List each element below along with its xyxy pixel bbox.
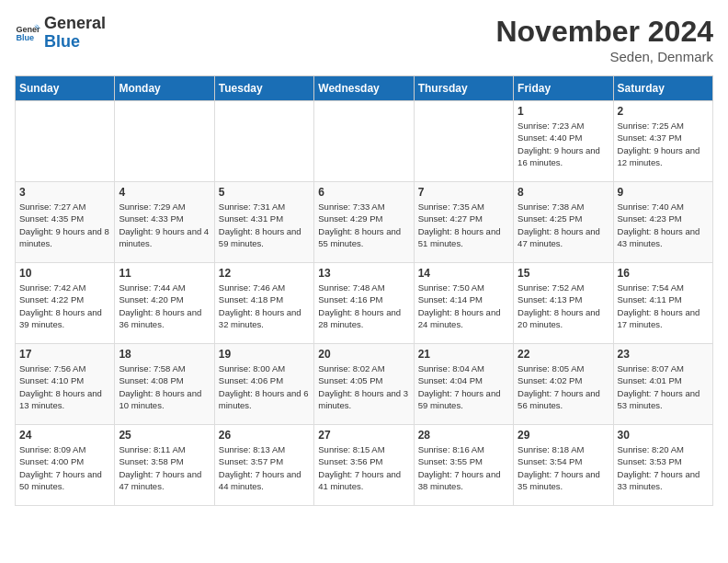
day-number: 7 [418,186,509,199]
day-number: 26 [219,429,310,442]
col-sunday: Sunday [16,76,115,101]
col-monday: Monday [115,76,214,101]
calendar-week-row: 17Sunrise: 7:56 AM Sunset: 4:10 PM Dayli… [16,344,713,425]
table-row [314,101,414,182]
table-row: 27Sunrise: 8:15 AM Sunset: 3:56 PM Dayli… [314,425,414,506]
calendar-week-row: 10Sunrise: 7:42 AM Sunset: 4:22 PM Dayli… [16,263,713,344]
table-row: 13Sunrise: 7:48 AM Sunset: 4:16 PM Dayli… [314,263,414,344]
table-row [414,101,513,182]
table-row: 10Sunrise: 7:42 AM Sunset: 4:22 PM Dayli… [16,263,115,344]
day-number: 9 [618,186,709,199]
day-info: Sunrise: 8:04 AM Sunset: 4:04 PM Dayligh… [418,362,509,411]
day-number: 14 [418,267,509,280]
day-number: 6 [318,186,409,199]
svg-text:Blue: Blue [16,33,34,42]
table-row: 18Sunrise: 7:58 AM Sunset: 4:08 PM Dayli… [115,344,214,425]
day-number: 23 [618,348,709,361]
logo-line1: General [44,15,106,33]
day-number: 29 [518,429,609,442]
col-tuesday: Tuesday [214,76,313,101]
table-row: 29Sunrise: 8:18 AM Sunset: 3:54 PM Dayli… [514,425,613,506]
day-info: Sunrise: 7:44 AM Sunset: 4:20 PM Dayligh… [119,282,210,330]
table-row [16,101,115,182]
day-info: Sunrise: 7:29 AM Sunset: 4:33 PM Dayligh… [119,201,210,249]
table-row: 7Sunrise: 7:35 AM Sunset: 4:27 PM Daylig… [414,182,513,263]
logo-text: General Blue [44,15,106,52]
logo: General Blue General Blue [15,15,106,52]
day-info: Sunrise: 8:15 AM Sunset: 3:56 PM Dayligh… [318,443,409,492]
day-number: 5 [219,186,310,199]
day-info: Sunrise: 7:33 AM Sunset: 4:29 PM Dayligh… [318,201,409,249]
day-number: 20 [318,348,409,361]
day-info: Sunrise: 8:09 AM Sunset: 4:00 PM Dayligh… [19,443,110,492]
table-row: 3Sunrise: 7:27 AM Sunset: 4:35 PM Daylig… [16,182,115,263]
table-row: 22Sunrise: 8:05 AM Sunset: 4:02 PM Dayli… [514,344,613,425]
table-row: 25Sunrise: 8:11 AM Sunset: 3:58 PM Dayli… [115,425,214,506]
day-number: 3 [19,186,110,199]
logo-icon: General Blue [15,20,40,46]
day-number: 24 [19,429,110,442]
table-row: 1Sunrise: 7:23 AM Sunset: 4:40 PM Daylig… [514,101,613,182]
day-info: Sunrise: 8:20 AM Sunset: 3:53 PM Dayligh… [618,443,709,492]
day-info: Sunrise: 7:38 AM Sunset: 4:25 PM Dayligh… [518,201,609,249]
calendar-week-row: 24Sunrise: 8:09 AM Sunset: 4:00 PM Dayli… [16,425,713,506]
calendar-week-row: 1Sunrise: 7:23 AM Sunset: 4:40 PM Daylig… [16,101,713,182]
day-info: Sunrise: 8:07 AM Sunset: 4:01 PM Dayligh… [618,362,709,411]
table-row: 2Sunrise: 7:25 AM Sunset: 4:37 PM Daylig… [613,101,712,182]
col-friday: Friday [514,76,613,101]
day-info: Sunrise: 7:42 AM Sunset: 4:22 PM Dayligh… [19,282,110,330]
table-row: 4Sunrise: 7:29 AM Sunset: 4:33 PM Daylig… [115,182,214,263]
day-number: 25 [119,429,210,442]
day-info: Sunrise: 7:35 AM Sunset: 4:27 PM Dayligh… [418,201,509,249]
col-thursday: Thursday [414,76,513,101]
day-info: Sunrise: 8:18 AM Sunset: 3:54 PM Dayligh… [518,443,609,492]
day-info: Sunrise: 7:23 AM Sunset: 4:40 PM Dayligh… [518,120,609,168]
table-row: 21Sunrise: 8:04 AM Sunset: 4:04 PM Dayli… [414,344,513,425]
day-info: Sunrise: 7:46 AM Sunset: 4:18 PM Dayligh… [219,282,310,330]
page-header: General Blue General Blue November 2024 … [15,15,713,64]
day-number: 16 [618,267,709,280]
day-number: 4 [119,186,210,199]
day-info: Sunrise: 8:16 AM Sunset: 3:55 PM Dayligh… [418,443,509,492]
day-info: Sunrise: 7:50 AM Sunset: 4:14 PM Dayligh… [418,282,509,330]
day-info: Sunrise: 7:54 AM Sunset: 4:11 PM Dayligh… [618,282,709,330]
day-info: Sunrise: 8:02 AM Sunset: 4:05 PM Dayligh… [318,362,409,411]
calendar-week-row: 3Sunrise: 7:27 AM Sunset: 4:35 PM Daylig… [16,182,713,263]
day-info: Sunrise: 7:52 AM Sunset: 4:13 PM Dayligh… [518,282,609,330]
col-wednesday: Wednesday [314,76,414,101]
day-number: 27 [318,429,409,442]
day-info: Sunrise: 8:13 AM Sunset: 3:57 PM Dayligh… [219,443,310,492]
day-info: Sunrise: 7:56 AM Sunset: 4:10 PM Dayligh… [19,362,110,411]
table-row: 5Sunrise: 7:31 AM Sunset: 4:31 PM Daylig… [214,182,313,263]
day-number: 28 [418,429,509,442]
table-row [115,101,214,182]
table-row: 28Sunrise: 8:16 AM Sunset: 3:55 PM Dayli… [414,425,513,506]
table-row: 17Sunrise: 7:56 AM Sunset: 4:10 PM Dayli… [16,344,115,425]
day-number: 15 [518,267,609,280]
day-info: Sunrise: 7:48 AM Sunset: 4:16 PM Dayligh… [318,282,409,330]
day-info: Sunrise: 7:25 AM Sunset: 4:37 PM Dayligh… [618,120,709,168]
table-row: 11Sunrise: 7:44 AM Sunset: 4:20 PM Dayli… [115,263,214,344]
table-row: 20Sunrise: 8:02 AM Sunset: 4:05 PM Dayli… [314,344,414,425]
table-row: 30Sunrise: 8:20 AM Sunset: 3:53 PM Dayli… [613,425,712,506]
day-number: 22 [518,348,609,361]
location: Seden, Denmark [495,49,713,64]
table-row [214,101,313,182]
table-row: 14Sunrise: 7:50 AM Sunset: 4:14 PM Dayli… [414,263,513,344]
table-row: 15Sunrise: 7:52 AM Sunset: 4:13 PM Dayli… [514,263,613,344]
calendar-header-row: Sunday Monday Tuesday Wednesday Thursday… [16,76,713,101]
day-number: 10 [19,267,110,280]
day-number: 12 [219,267,310,280]
title-block: November 2024 Seden, Denmark [495,15,713,64]
table-row: 16Sunrise: 7:54 AM Sunset: 4:11 PM Dayli… [613,263,712,344]
day-number: 13 [318,267,409,280]
day-number: 11 [119,267,210,280]
day-info: Sunrise: 7:40 AM Sunset: 4:23 PM Dayligh… [618,201,709,249]
table-row: 9Sunrise: 7:40 AM Sunset: 4:23 PM Daylig… [613,182,712,263]
table-row: 12Sunrise: 7:46 AM Sunset: 4:18 PM Dayli… [214,263,313,344]
day-info: Sunrise: 8:05 AM Sunset: 4:02 PM Dayligh… [518,362,609,411]
day-info: Sunrise: 7:27 AM Sunset: 4:35 PM Dayligh… [19,201,110,249]
svg-text:General: General [16,24,40,33]
table-row: 6Sunrise: 7:33 AM Sunset: 4:29 PM Daylig… [314,182,414,263]
day-number: 8 [518,186,609,199]
